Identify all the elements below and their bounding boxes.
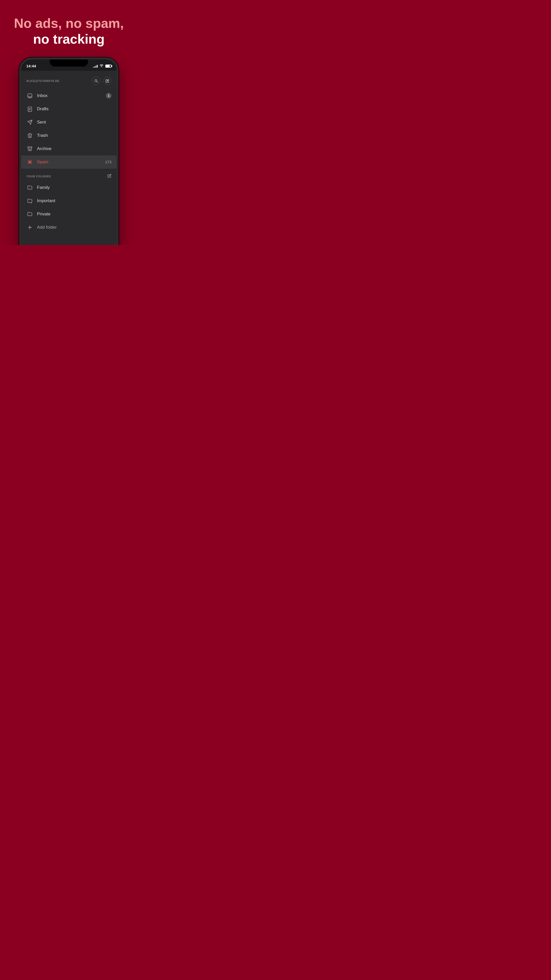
add-folder-label: Add folder [37,225,57,230]
family-folder-icon [26,184,33,191]
drawer-header: ALICE@TUTANOTA.DE [21,75,117,89]
account-email: ALICE@TUTANOTA.DE [26,80,59,83]
add-folder-icon [26,224,33,231]
signal-icon [93,65,98,68]
svg-rect-15 [28,147,32,148]
tagline-line2: no tracking [14,31,124,47]
important-folder-icon [26,197,33,204]
archive-label: Archive [37,146,111,151]
status-icons [93,64,111,68]
inbox-label: Inbox [37,93,106,98]
svg-line-23 [31,163,32,164]
folders-section-title: YOUR FOLDERS [26,175,51,178]
svg-line-22 [28,163,29,164]
add-folder-button[interactable]: Add folder [21,221,117,234]
header-icons [92,77,111,85]
sidebar-item-archive[interactable]: Archive [21,142,117,156]
private-folder-icon [26,210,33,218]
sidebar-item-sent[interactable]: Sent [21,116,117,129]
family-label: Family [37,185,111,190]
wifi-icon [100,64,103,68]
phone-notch [50,59,88,67]
trash-label: Trash [37,133,111,138]
drawer: ALICE@TUTANOTA.DE [21,71,117,245]
inbox-icon [26,92,33,99]
svg-line-19 [31,160,32,161]
trash-icon [26,132,33,139]
sidebar-item-important[interactable]: Important [21,194,117,207]
sidebar-item-family[interactable]: Family [21,181,117,194]
drafts-icon [26,105,33,113]
svg-line-18 [28,160,29,161]
svg-line-20 [28,162,29,162]
sidebar-item-spam[interactable]: Spam 173 [21,156,117,169]
svg-line-1 [97,81,98,83]
spam-icon [26,159,33,165]
status-time: 14:44 [26,64,36,68]
sent-label: Sent [37,120,111,125]
sidebar-item-inbox[interactable]: Inbox 1 [21,89,117,102]
sidebar-item-drafts[interactable]: Drafts [21,102,117,116]
private-label: Private [37,212,111,217]
sidebar-item-trash[interactable]: Trash [21,129,117,142]
folders-section-header: YOUR FOLDERS [21,169,117,181]
tagline-line1: No ads, no spam, [14,15,124,31]
battery-icon [105,65,111,68]
archive-icon [26,145,33,152]
app-content: ALICE@TUTANOTA.DE [21,71,117,245]
phone-frame: 14:44 ALICE@TUT [19,57,119,245]
drafts-label: Drafts [37,107,111,111]
svg-point-24 [29,161,30,162]
sidebar-item-private[interactable]: Private [21,207,117,221]
important-label: Important [37,198,111,204]
inbox-badge: 1 [106,93,111,99]
folders-edit-button[interactable] [107,174,111,179]
spam-label: Spam [37,159,105,165]
spam-badge: 173 [105,160,111,164]
compose-button[interactable] [103,77,111,85]
sent-icon [26,119,33,126]
svg-line-21 [32,162,32,162]
search-button[interactable] [92,77,100,85]
tagline: No ads, no spam, no tracking [4,0,134,57]
